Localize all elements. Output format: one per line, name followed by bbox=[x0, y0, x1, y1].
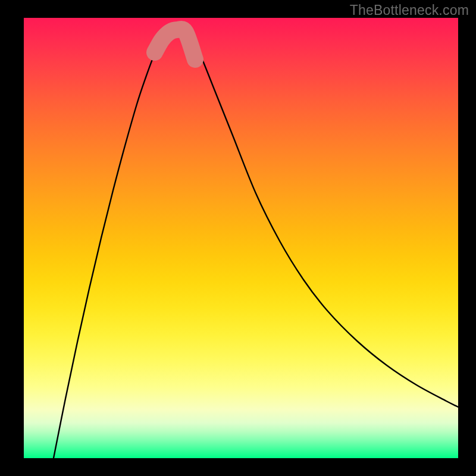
plot-area bbox=[24, 18, 458, 458]
curve-svg bbox=[24, 18, 458, 458]
watermark-text: TheBottleneck.com bbox=[350, 2, 469, 18]
chart-frame: TheBottleneck.com bbox=[0, 0, 476, 476]
highlight-band bbox=[155, 29, 195, 60]
bottleneck-curve bbox=[54, 29, 458, 458]
